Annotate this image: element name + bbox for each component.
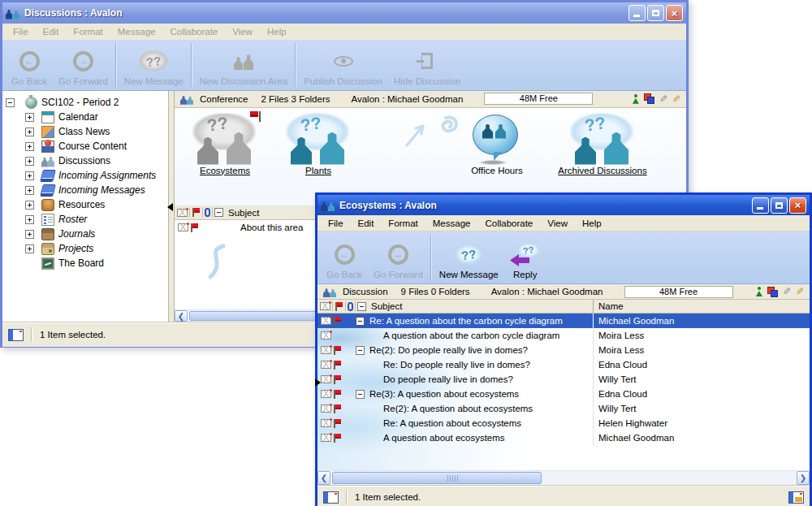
- book-icon: [40, 184, 56, 197]
- maximize-button[interactable]: [647, 5, 664, 21]
- collapse-icon[interactable]: [6, 98, 15, 107]
- view-options-icon[interactable]: [788, 491, 804, 504]
- flag-icon: [333, 404, 342, 413]
- menu-format[interactable]: Format: [66, 25, 110, 38]
- collapse-thread-icon[interactable]: [356, 317, 365, 326]
- menu-message[interactable]: Message: [425, 217, 478, 230]
- tree-item-discussions[interactable]: Discussions: [2, 154, 168, 168]
- tree-item-incoming-messages[interactable]: Incoming Messages: [2, 183, 168, 197]
- desktop-icon-office-hours[interactable]: Office Hours: [448, 113, 546, 175]
- tree-item-incoming-assignments[interactable]: Incoming Assignments: [2, 168, 168, 183]
- menu-view[interactable]: View: [225, 25, 260, 38]
- message-row[interactable]: A question about the carbon cycle diagra…: [317, 328, 810, 343]
- menu-format[interactable]: Format: [381, 217, 425, 230]
- menu-help[interactable]: Help: [575, 217, 609, 230]
- collapse-thread-icon[interactable]: [356, 390, 365, 399]
- expand-icon[interactable]: [25, 142, 34, 151]
- message-row[interactable]: Re(2): Do people really live in domes?Mo…: [317, 343, 810, 357]
- minimize-button[interactable]: [628, 5, 646, 21]
- scroll-left-button[interactable]: ❮: [317, 471, 330, 485]
- name-column-header[interactable]: Name: [593, 300, 810, 313]
- close-button[interactable]: ×: [789, 197, 806, 214]
- tree-item-class-news[interactable]: Class News: [2, 124, 168, 139]
- desktop-icon-ecosystems[interactable]: ??Ecosystems: [184, 113, 266, 175]
- desktop-icon-plants[interactable]: ??Plants: [278, 113, 359, 175]
- horizontal-scrollbar[interactable]: ❮ ❯: [317, 470, 810, 485]
- signature-pen-icon[interactable]: ✎: [672, 94, 680, 104]
- menu-message[interactable]: Message: [110, 25, 163, 38]
- pane-toggle-icon[interactable]: [8, 329, 24, 341]
- subject-column-header[interactable]: Subject: [228, 208, 259, 218]
- menu-collaborate[interactable]: Collaborate: [162, 25, 225, 38]
- edit-pencil-icon[interactable]: ✎: [659, 94, 667, 104]
- expand-icon[interactable]: [25, 128, 34, 136]
- tree-item-roster[interactable]: Roster: [2, 212, 168, 227]
- scroll-left-button[interactable]: ❮: [175, 310, 188, 322]
- expand-icon[interactable]: [25, 113, 34, 122]
- message-sender: Michael Goodman: [593, 314, 810, 328]
- tree-root-sci102-period-2[interactable]: SCI102 - Period 2: [2, 95, 168, 110]
- tree-item-projects[interactable]: Projects: [2, 241, 168, 256]
- envelope-icon: [177, 209, 188, 217]
- edit-pencil-icon[interactable]: ✎: [783, 287, 791, 296]
- collapse-all-icon[interactable]: [357, 302, 366, 311]
- titlebar-ecosystems[interactable]: Ecosystems : Avalon ×: [317, 195, 810, 215]
- new-message-button[interactable]: ??New Message: [434, 231, 504, 283]
- people-app-icon: [321, 199, 335, 211]
- menu-file[interactable]: File: [6, 25, 36, 38]
- menu-view[interactable]: View: [540, 217, 575, 230]
- tree-item-calendar[interactable]: Calendar: [2, 110, 168, 124]
- resume-icon[interactable]: [767, 287, 778, 297]
- reply-button[interactable]: ??Reply: [504, 231, 546, 283]
- scrollbar-thumb[interactable]: [332, 472, 542, 484]
- minimize-button[interactable]: [752, 197, 769, 214]
- pane-splitter[interactable]: [168, 91, 175, 322]
- pane-handle-icon[interactable]: [315, 378, 321, 387]
- message-row[interactable]: Re: Do people really live in domes?Edna …: [317, 357, 810, 372]
- envelope-icon: [321, 346, 331, 354]
- online-indicator-icon[interactable]: [756, 287, 762, 296]
- message-row[interactable]: A question about ecosystemsMichael Goodm…: [317, 430, 810, 445]
- message-row[interactable]: Re(3): A question about ecosystemsEdna C…: [317, 387, 810, 401]
- maximize-button[interactable]: [771, 197, 788, 214]
- message-row[interactable]: Do people really live in domes?Willy Ter…: [317, 372, 810, 387]
- tree-item-the-board[interactable]: The Board: [2, 256, 168, 270]
- menu-file[interactable]: File: [321, 217, 351, 230]
- desktop-icon-archived-discussions[interactable]: ??Archived Discussions: [538, 113, 667, 175]
- scroll-right-button[interactable]: ❯: [797, 471, 810, 485]
- tree-item-resources[interactable]: Resources: [2, 197, 168, 212]
- expand-icon[interactable]: [25, 215, 34, 224]
- tree-item-journals[interactable]: Journals: [2, 227, 168, 241]
- expand-icon[interactable]: [25, 244, 34, 253]
- toolbar-separator: [191, 43, 192, 87]
- subject-column-header[interactable]: Subject: [371, 301, 402, 311]
- pane-toggle-icon[interactable]: [323, 491, 339, 504]
- expand-icon[interactable]: [25, 201, 34, 210]
- tree-item-course-content[interactable]: Course Content: [2, 139, 168, 154]
- message-row[interactable]: Re(2): A question about ecosystemsWilly …: [317, 401, 810, 416]
- collapse-arrow-icon[interactable]: [167, 203, 173, 211]
- expand-icon[interactable]: [25, 230, 34, 239]
- collapse-thread-icon[interactable]: [356, 346, 365, 355]
- scrollbar-track[interactable]: [330, 471, 797, 485]
- resume-icon[interactable]: [644, 93, 654, 104]
- expand-icon[interactable]: [25, 171, 34, 180]
- close-button[interactable]: ×: [666, 5, 683, 21]
- message-row[interactable]: Re: A question about the carbon cycle di…: [317, 314, 810, 328]
- expand-icon[interactable]: [25, 157, 34, 166]
- menu-edit[interactable]: Edit: [36, 25, 67, 38]
- status-text: 1 Item selected.: [355, 492, 421, 502]
- envelope-icon: [321, 375, 331, 383]
- signature-pen-icon[interactable]: ✎: [796, 287, 804, 296]
- flag-icon: [333, 390, 342, 399]
- online-indicator-icon[interactable]: [633, 94, 639, 104]
- menu-edit[interactable]: Edit: [351, 217, 382, 230]
- expand-icon[interactable]: [25, 186, 34, 195]
- go-forward-button: →Go Forward: [53, 40, 114, 90]
- titlebar-discussions[interactable]: Discussions : Avalon ×: [2, 2, 686, 24]
- collapse-all-icon[interactable]: [214, 208, 223, 217]
- menu-collaborate[interactable]: Collaborate: [477, 217, 540, 230]
- menu-help[interactable]: Help: [260, 25, 294, 38]
- toolbar-button-label: Go Forward: [374, 270, 423, 279]
- message-row[interactable]: Re: A question about ecosystemsHelen Hig…: [317, 416, 810, 430]
